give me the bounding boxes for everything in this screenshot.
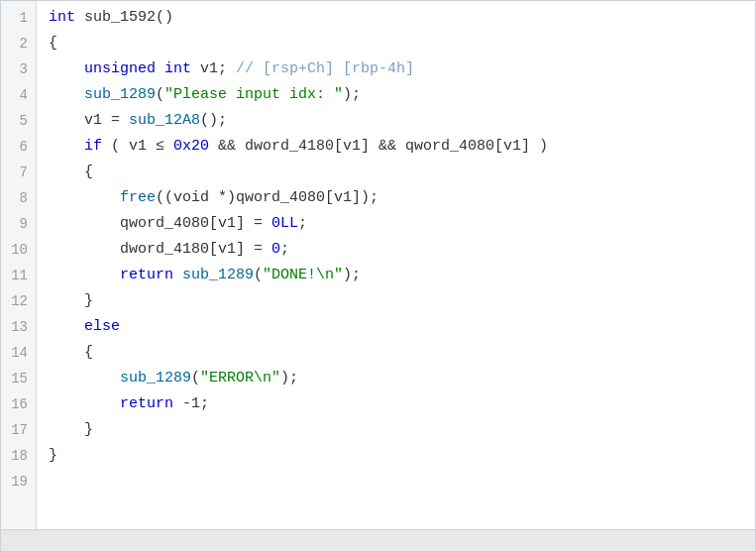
plain-token: ( (254, 267, 263, 283)
plain-token: } (49, 447, 57, 464)
cmt-token: // [rsp+Ch] [rbp-4h] (236, 60, 414, 77)
fn-token: free (120, 189, 156, 206)
code-editor: 12345678910111213141516171819 int sub_15… (0, 0, 756, 552)
plain-token: ( (156, 86, 164, 103)
line-number: 8 (1, 185, 36, 211)
plain-token (49, 318, 84, 335)
code-line: if ( v1 ≤ 0x20 && dword_4180[v1] && qwor… (49, 134, 755, 160)
plain-token (173, 267, 182, 283)
plain-token: && dword_4180[v1] && qword_4080[v1] ) (209, 138, 548, 155)
fn-token: sub_12A8 (129, 112, 200, 129)
plain-token (49, 370, 120, 386)
code-line: { (49, 160, 755, 185)
str-token: "Please input idx: " (164, 86, 343, 103)
code-line: int sub_1592() (49, 5, 755, 31)
line-number: 14 (1, 340, 36, 366)
plain-token: sub_1592() (75, 9, 173, 26)
plain-token: (); (200, 112, 227, 129)
str-token: "DONE!\n" (263, 267, 343, 283)
plain-token: v1 = (49, 112, 129, 129)
kw-token: else (84, 318, 120, 335)
line-number: 2 (1, 31, 36, 56)
line-number: 16 (1, 391, 36, 417)
fn-token: sub_1289 (182, 267, 254, 283)
num-token: 0LL (271, 215, 298, 232)
code-line: v1 = sub_12A8(); (49, 108, 755, 134)
plain-token: qword_4080[v1] = (49, 215, 271, 232)
status-bar (1, 529, 755, 551)
plain-token (49, 60, 84, 77)
plain-token (49, 189, 120, 206)
plain-token: { (49, 164, 93, 180)
line-number: 18 (1, 443, 36, 469)
code-line: sub_1289("ERROR\n"); (49, 366, 755, 391)
line-number: 19 (1, 469, 36, 495)
kw-token: unsigned (84, 60, 156, 77)
line-number: 1 (1, 5, 36, 31)
line-number: 9 (1, 211, 36, 237)
code-line: return -1; (49, 391, 755, 417)
plain-token: ( v1 ≤ (102, 138, 173, 155)
code-line: qword_4080[v1] = 0LL; (49, 211, 755, 237)
plain-token (49, 86, 84, 103)
plain-token: v1; (191, 60, 236, 77)
plain-token: ); (343, 267, 361, 283)
plain-token (49, 138, 84, 155)
line-number: 12 (1, 288, 36, 314)
num-token: 0x20 (173, 138, 209, 155)
plain-token: dword_4180[v1] = (49, 241, 271, 258)
code-line: sub_1289("Please input idx: "); (49, 82, 755, 108)
line-numbers: 12345678910111213141516171819 (1, 1, 37, 529)
str-token: "ERROR\n" (200, 370, 280, 386)
num-token: 0 (271, 241, 280, 258)
kw-token: return (120, 267, 173, 283)
kw-token: if (84, 138, 102, 155)
code-line: } (49, 417, 755, 443)
code-lines[interactable]: int sub_1592(){ unsigned int v1; // [rsp… (37, 1, 755, 529)
code-body: 12345678910111213141516171819 int sub_15… (1, 1, 755, 529)
line-number: 17 (1, 417, 36, 443)
plain-token: } (49, 292, 93, 309)
code-line: { (49, 31, 755, 56)
line-number: 15 (1, 366, 36, 391)
code-line: { (49, 340, 755, 366)
plain-token: ; (280, 241, 289, 258)
plain-token: ; (298, 215, 307, 232)
plain-token: ); (343, 86, 361, 103)
plain-token (156, 60, 164, 77)
code-line: unsigned int v1; // [rsp+Ch] [rbp-4h] (49, 56, 755, 82)
plain-token (49, 267, 120, 283)
plain-token (49, 395, 120, 412)
code-line: dword_4180[v1] = 0; (49, 237, 755, 263)
plain-token: -1; (173, 395, 209, 412)
code-line: else (49, 314, 755, 340)
line-number: 10 (1, 237, 36, 263)
line-number: 3 (1, 56, 36, 82)
line-number: 7 (1, 160, 36, 185)
line-number: 13 (1, 314, 36, 340)
kw-token: int (164, 60, 191, 77)
line-number: 4 (1, 82, 36, 108)
code-line: } (49, 288, 755, 314)
plain-token: } (49, 421, 93, 438)
kw-token: return (120, 395, 173, 412)
plain-token: ); (280, 370, 298, 386)
plain-token: ( (191, 370, 200, 386)
line-number: 6 (1, 134, 36, 160)
code-line: return sub_1289("DONE!\n"); (49, 263, 755, 288)
code-line: free((void *)qword_4080[v1]); (49, 185, 755, 211)
fn-token: sub_1289 (120, 370, 191, 386)
plain-token: { (49, 344, 93, 361)
line-number: 11 (1, 263, 36, 288)
kw-token: int (49, 9, 75, 26)
fn-token: sub_1289 (84, 86, 156, 103)
line-number: 5 (1, 108, 36, 134)
code-line: } (49, 443, 755, 469)
plain-token: { (49, 35, 57, 52)
plain-token: ((void *)qword_4080[v1]); (156, 189, 378, 206)
